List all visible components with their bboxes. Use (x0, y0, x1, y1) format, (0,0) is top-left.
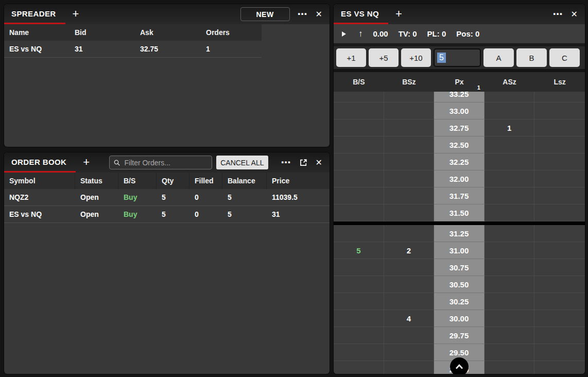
ladder-cell-price[interactable]: 29.75 (434, 327, 485, 344)
order-row[interactable]: NQZ2 Open Buy 5 0 5 11039.5 (4, 189, 330, 206)
add-tab-icon[interactable]: + (73, 8, 79, 21)
ladder-cell-bid-size[interactable] (384, 187, 435, 204)
ladder-cell-ask-size[interactable] (485, 102, 535, 119)
ladder-cell-ask-size[interactable] (485, 204, 535, 221)
qty-plus-5-button[interactable]: +5 (369, 48, 399, 67)
tab-spreader[interactable]: SPREADER (4, 4, 65, 24)
ladder-cell-ask-size[interactable] (485, 225, 535, 242)
ladder-cell-buy-orders[interactable] (334, 153, 384, 170)
recenter-button[interactable] (450, 357, 469, 374)
ladder-cell-ask-size[interactable] (485, 293, 535, 310)
ladder-cell-price[interactable]: 31.25 (434, 225, 485, 242)
ladder-cell-ask-size[interactable]: 1 (485, 119, 535, 136)
ladder-cell-last-size[interactable] (534, 276, 585, 293)
ladder-cell-bid-size[interactable] (384, 92, 435, 102)
qty-plus-1-button[interactable]: +1 (336, 48, 366, 67)
ladder-cell-price[interactable]: 30.25 (434, 293, 485, 310)
filter-orders-input[interactable] (123, 158, 207, 167)
ladder-cell-bid-size[interactable] (384, 259, 435, 276)
ladder-cell-last-size[interactable] (534, 259, 585, 276)
ladder-cell-buy-orders[interactable] (334, 259, 384, 276)
ladder-cell-price[interactable]: 33.25 (434, 92, 485, 102)
pop-out-icon[interactable] (299, 158, 308, 167)
ladder-cell-bid-size[interactable]: 4 (384, 310, 435, 327)
ladder-cell-last-size[interactable] (534, 153, 585, 170)
ladder-cell-last-size[interactable] (534, 102, 585, 119)
ladder-cell-price[interactable]: 31.00 (434, 242, 485, 259)
ladder-cell-ask-size[interactable] (485, 153, 535, 170)
tab-order-book[interactable]: ORDER BOOK (4, 152, 76, 173)
ladder-cell-last-size[interactable] (534, 187, 585, 204)
ladder-cell-buy-orders[interactable] (334, 170, 384, 187)
ladder-cell-bid-size[interactable] (384, 327, 435, 344)
ladder-cell-bid-size[interactable] (384, 102, 435, 119)
filter-orders-input-wrap[interactable] (109, 156, 212, 169)
ladder-cell-bid-size[interactable] (384, 293, 435, 310)
ladder-cell-last-size[interactable] (534, 119, 585, 136)
ladder-cell-bid-size[interactable] (384, 276, 435, 293)
ladder-cell-buy-orders[interactable] (334, 102, 384, 119)
ladder-cell-buy-orders[interactable] (334, 344, 384, 361)
ladder-cell-ask-size[interactable] (485, 276, 535, 293)
ladder-cell-buy-orders[interactable] (334, 310, 384, 327)
close-icon[interactable]: ✕ (316, 10, 322, 19)
ladder-cell-buy-orders[interactable] (334, 136, 384, 153)
ladder-cell-last-size[interactable] (534, 170, 585, 187)
ladder-cell-price[interactable]: 31.50 (434, 204, 485, 221)
ladder-cell-bid-size[interactable] (384, 119, 435, 136)
ladder-cell-last-size[interactable] (534, 136, 585, 153)
ladder-cell-ask-size[interactable] (485, 92, 535, 102)
expand-triangle-icon[interactable] (342, 31, 346, 37)
ladder-cell-ask-size[interactable] (485, 344, 535, 361)
spreader-row[interactable]: ES vs NQ 31 32.75 1 (4, 41, 262, 58)
quantity-input[interactable]: 5 (434, 48, 481, 67)
ladder-cell-ask-size[interactable] (485, 259, 535, 276)
tab-es-vs-nq[interactable]: ES VS NQ (334, 4, 388, 24)
ladder-cell-bid-size[interactable] (384, 170, 435, 187)
ladder-cell-buy-orders[interactable] (334, 204, 384, 221)
ladder-cell-last-size[interactable] (534, 242, 585, 259)
ladder-cell-bid-size[interactable] (384, 153, 435, 170)
ladder-cell-buy-orders[interactable] (334, 225, 384, 242)
ladder-cell-buy-orders[interactable] (334, 327, 384, 344)
ladder-cell-bid-size[interactable] (384, 136, 435, 153)
ladder-cell-last-size[interactable] (534, 310, 585, 327)
ladder-cell-price[interactable]: 30.50 (434, 276, 485, 293)
ladder-cell-buy-orders[interactable] (334, 361, 384, 374)
ladder-cell-last-size[interactable] (534, 225, 585, 242)
cancel-all-button[interactable]: CANCEL ALL (216, 156, 268, 169)
preset-b-button[interactable]: B (516, 48, 547, 67)
ladder-cell-last-size[interactable] (534, 327, 585, 344)
close-icon[interactable]: ✕ (316, 159, 322, 167)
ladder-cell-last-size[interactable] (534, 344, 585, 361)
ladder-cell-price[interactable]: 30.00 (434, 310, 485, 327)
qty-plus-10-button[interactable]: +10 (401, 48, 431, 67)
ladder-cell-ask-size[interactable] (485, 310, 535, 327)
ladder-cell-price[interactable]: 33.00 (434, 102, 485, 119)
ladder-cell-bid-size[interactable] (384, 344, 435, 361)
more-options-icon[interactable]: ⋯ (298, 9, 308, 19)
close-icon[interactable]: ✕ (571, 10, 578, 19)
ladder-cell-bid-size[interactable] (384, 204, 435, 221)
ladder-cell-price[interactable]: 32.00 (434, 170, 485, 187)
ladder-cell-buy-orders[interactable]: 5 (334, 242, 384, 259)
order-row[interactable]: ES vs NQ Open Buy 5 0 5 31 (4, 206, 330, 223)
ladder-cell-bid-size[interactable] (384, 225, 435, 242)
more-options-icon[interactable]: ⋯ (553, 9, 563, 19)
ladder-cell-price[interactable]: 30.75 (434, 259, 485, 276)
ladder-cell-ask-size[interactable] (485, 170, 535, 187)
ladder-cell-buy-orders[interactable] (334, 119, 384, 136)
ladder-cell-price[interactable]: 32.25 (434, 153, 485, 170)
ladder-cell-buy-orders[interactable] (334, 187, 384, 204)
more-options-icon[interactable]: ⋯ (281, 158, 291, 167)
new-spread-button[interactable]: NEW (240, 7, 290, 21)
ladder-cell-price[interactable]: 31.75 (434, 187, 485, 204)
ladder-cell-last-size[interactable] (534, 361, 585, 374)
ladder-cell-buy-orders[interactable] (334, 92, 384, 102)
ladder-cell-price[interactable]: 32.50 (434, 136, 485, 153)
ladder-cell-last-size[interactable] (534, 293, 585, 310)
ladder-cell-bid-size[interactable]: 2 (384, 242, 435, 259)
ladder-cell-ask-size[interactable] (485, 136, 535, 153)
ladder-cell-ask-size[interactable] (485, 327, 535, 344)
ladder-cell-ask-size[interactable] (485, 361, 535, 374)
